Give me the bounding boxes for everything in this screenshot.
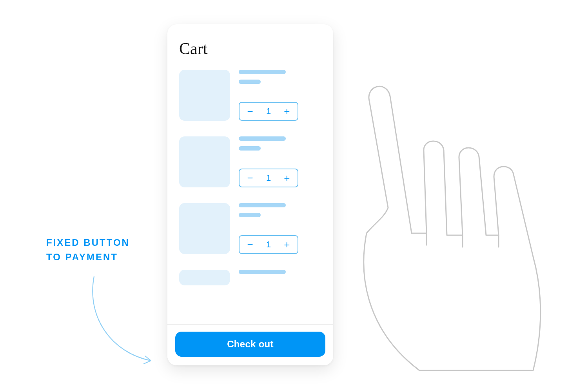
item-thumbnail	[179, 136, 230, 187]
cart-item: − 1 +	[179, 70, 321, 121]
quantity-value: 1	[266, 240, 271, 250]
item-subtitle-skeleton	[239, 80, 261, 84]
item-body: − 1 +	[239, 136, 321, 187]
item-title-skeleton	[239, 203, 286, 207]
phone-mock: Cart − 1 +	[167, 24, 333, 365]
item-title-skeleton	[239, 270, 286, 274]
annotation-arrow-icon	[74, 274, 165, 367]
fixed-footer: Check out	[167, 325, 333, 365]
quantity-stepper[interactable]: − 1 +	[239, 169, 298, 187]
item-thumbnail	[179, 70, 230, 121]
item-title-skeleton	[239, 70, 286, 74]
diagram-stage: Fixed button to payment Cart − 1 +	[0, 0, 588, 392]
cart-scroll-area: Cart − 1 +	[167, 24, 333, 325]
plus-icon[interactable]: +	[281, 173, 292, 183]
page-title: Cart	[179, 39, 321, 58]
item-body: − 1 +	[239, 70, 321, 121]
item-body	[239, 270, 321, 285]
minus-icon[interactable]: −	[245, 106, 256, 116]
plus-icon[interactable]: +	[281, 106, 292, 116]
item-thumbnail	[179, 203, 230, 254]
hand-icon	[329, 80, 549, 378]
item-subtitle-skeleton	[239, 146, 261, 151]
plus-icon[interactable]: +	[281, 240, 292, 250]
quantity-stepper[interactable]: − 1 +	[239, 102, 298, 121]
annotation-label: Fixed button to payment	[46, 235, 148, 264]
item-thumbnail	[179, 270, 230, 285]
item-body: − 1 +	[239, 203, 321, 254]
item-subtitle-skeleton	[239, 213, 261, 217]
item-title-skeleton	[239, 136, 286, 141]
cart-item: − 1 +	[179, 203, 321, 254]
cart-item: − 1 +	[179, 136, 321, 187]
quantity-stepper[interactable]: − 1 +	[239, 235, 298, 254]
minus-icon[interactable]: −	[245, 173, 256, 183]
cart-item	[179, 270, 321, 285]
annotation-line-2: to payment	[46, 252, 118, 262]
checkout-button[interactable]: Check out	[175, 332, 325, 357]
minus-icon[interactable]: −	[245, 240, 256, 250]
quantity-value: 1	[266, 106, 271, 116]
annotation-line-1: Fixed button	[46, 237, 130, 248]
quantity-value: 1	[266, 173, 271, 183]
